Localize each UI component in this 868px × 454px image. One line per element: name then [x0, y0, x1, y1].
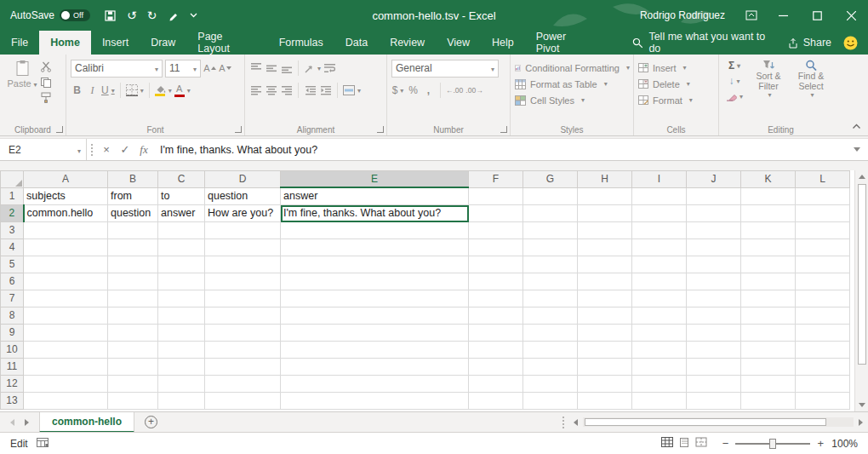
cell-G7[interactable] — [523, 290, 578, 307]
cell-C11[interactable] — [158, 359, 205, 376]
cell-J9[interactable] — [687, 325, 741, 342]
orientation-icon[interactable] — [304, 60, 321, 76]
cell-G2[interactable] — [523, 205, 578, 222]
cell-B3[interactable] — [108, 222, 158, 239]
cell-D7[interactable] — [205, 290, 281, 307]
hscroll-left-icon[interactable] — [574, 419, 578, 426]
cell-L10[interactable] — [796, 342, 850, 359]
cell-H1[interactable] — [578, 187, 632, 205]
delete-cells-button[interactable]: Delete — [638, 76, 715, 92]
number-format-select[interactable]: General — [391, 60, 499, 78]
formula-bar-splitter[interactable] — [91, 144, 93, 156]
cell-F1[interactable] — [469, 187, 523, 205]
cell-L3[interactable] — [796, 222, 850, 239]
row-header-4[interactable]: 4 — [1, 239, 24, 256]
sheet-nav-left-icon[interactable] — [10, 419, 14, 426]
normal-view-icon[interactable] — [661, 437, 673, 450]
paste-button[interactable]: Paste — [4, 58, 40, 103]
cell-L8[interactable] — [796, 307, 850, 325]
font-size-select[interactable]: 11 — [165, 60, 201, 78]
column-header-I[interactable]: I — [632, 171, 687, 188]
row-header-10[interactable]: 10 — [1, 342, 24, 359]
row-header-5[interactable]: 5 — [1, 256, 24, 273]
cell-A1[interactable]: subjects — [24, 187, 108, 205]
cell-L1[interactable] — [796, 187, 850, 205]
vertical-scrollbar[interactable] — [854, 170, 868, 411]
row-header-7[interactable]: 7 — [1, 290, 24, 307]
select-all-corner[interactable] — [1, 171, 24, 188]
number-dialog-launcher-icon[interactable] — [500, 126, 507, 133]
cell-K4[interactable] — [741, 239, 796, 256]
column-header-E[interactable]: E — [281, 171, 469, 188]
cell-H12[interactable] — [578, 376, 632, 393]
cell-E11[interactable] — [281, 359, 469, 376]
zoom-in-icon[interactable]: + — [817, 437, 824, 450]
vscroll-up-icon[interactable] — [859, 175, 865, 179]
column-header-L[interactable]: L — [796, 171, 850, 188]
cell-D6[interactable] — [205, 273, 281, 290]
align-right-icon[interactable] — [280, 83, 293, 98]
cell-C7[interactable] — [158, 290, 205, 307]
cell-B10[interactable] — [108, 342, 158, 359]
tab-insert[interactable]: Insert — [91, 31, 140, 55]
cell-I9[interactable] — [632, 325, 687, 342]
underline-icon[interactable]: U — [101, 83, 115, 98]
cell-E7[interactable] — [281, 290, 469, 307]
cell-G4[interactable] — [523, 239, 578, 256]
row-header-2[interactable]: 2 — [1, 205, 24, 222]
cell-F8[interactable] — [469, 307, 523, 325]
increase-decimal-icon[interactable]: ←.00 — [446, 83, 463, 98]
sort-filter-button[interactable]: Sort & Filter — [749, 58, 788, 103]
cell-B4[interactable] — [108, 239, 158, 256]
cell-D5[interactable] — [205, 256, 281, 273]
redo-icon[interactable]: ↻ — [147, 9, 157, 21]
format-painter-icon[interactable] — [40, 92, 52, 103]
cell-D10[interactable] — [205, 342, 281, 359]
cell-G6[interactable] — [523, 273, 578, 290]
cell-A13[interactable] — [24, 393, 108, 410]
cell-J7[interactable] — [687, 290, 741, 307]
cell-C13[interactable] — [158, 393, 205, 410]
name-box[interactable]: E2 — [0, 139, 87, 160]
macro-record-icon[interactable] — [37, 438, 49, 450]
cell-L12[interactable] — [796, 376, 850, 393]
cell-L13[interactable] — [796, 393, 850, 410]
tab-help[interactable]: Help — [481, 31, 525, 55]
conditional-formatting-button[interactable]: Conditional Formatting — [515, 60, 630, 76]
cell-B2[interactable]: question — [108, 205, 158, 222]
cell-G9[interactable] — [523, 325, 578, 342]
cell-I2[interactable] — [632, 205, 687, 222]
cell-I8[interactable] — [632, 307, 687, 325]
cell-B12[interactable] — [108, 376, 158, 393]
page-break-preview-icon[interactable] — [695, 437, 707, 450]
undo-icon[interactable]: ↺ — [127, 9, 137, 21]
feedback-smiley-icon[interactable] — [840, 31, 868, 55]
cell-D4[interactable] — [205, 239, 281, 256]
cell-H9[interactable] — [578, 325, 632, 342]
cell-F10[interactable] — [469, 342, 523, 359]
cell-E8[interactable] — [281, 307, 469, 325]
cell-J4[interactable] — [687, 239, 741, 256]
format-as-table-button[interactable]: Format as Table — [515, 76, 630, 92]
tab-file[interactable]: File — [0, 31, 39, 55]
horizontal-scrollbar[interactable] — [583, 417, 854, 427]
cell-K1[interactable] — [741, 187, 796, 205]
increase-indent-icon[interactable] — [319, 83, 332, 98]
cell-A12[interactable] — [24, 376, 108, 393]
maximize-button[interactable] — [800, 0, 834, 31]
align-center-icon[interactable] — [265, 83, 277, 98]
cell-A9[interactable] — [24, 325, 108, 342]
cell-L9[interactable] — [796, 325, 850, 342]
cell-F5[interactable] — [469, 256, 523, 273]
column-header-B[interactable]: B — [108, 171, 158, 188]
cell-C2[interactable]: answer — [158, 205, 205, 222]
enter-icon[interactable]: ✓ — [116, 139, 134, 160]
cell-A4[interactable] — [24, 239, 108, 256]
cell-B5[interactable] — [108, 256, 158, 273]
collapse-ribbon-icon[interactable] — [852, 120, 861, 132]
cell-D1[interactable]: question — [205, 187, 281, 205]
decrease-font-size-icon[interactable]: A — [219, 60, 231, 76]
cell-B13[interactable] — [108, 393, 158, 410]
cell-J1[interactable] — [687, 187, 741, 205]
tab-review[interactable]: Review — [379, 31, 436, 55]
